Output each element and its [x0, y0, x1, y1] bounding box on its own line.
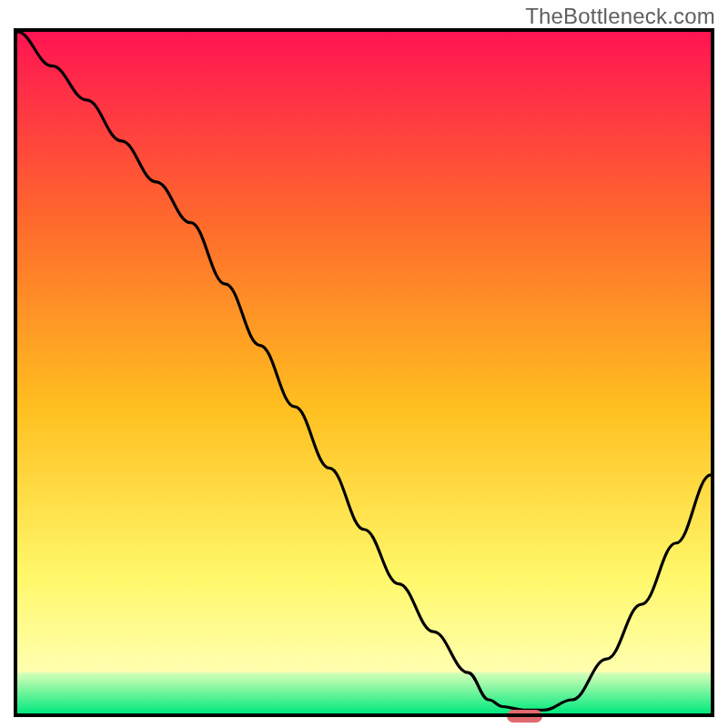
minimum-point-marker: [507, 710, 542, 723]
watermark-text: TheBottleneck.com: [525, 4, 715, 29]
bottleneck-chart: TheBottleneck.com: [0, 0, 728, 728]
bottleneck-curve: [17, 32, 711, 713]
